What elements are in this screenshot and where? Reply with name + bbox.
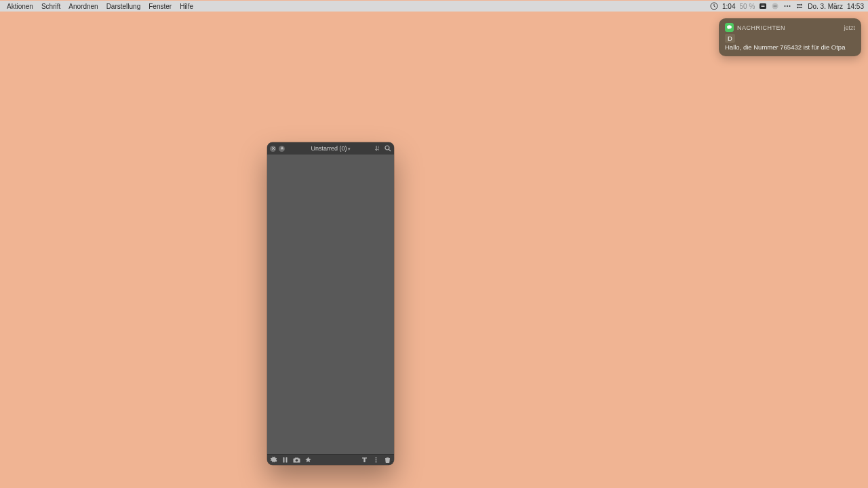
notification-banner[interactable]: NACHRICHTEN jetzt D Hallo, die Nummer 76… bbox=[719, 18, 861, 56]
pause-icon[interactable] bbox=[281, 456, 289, 464]
battery-percent: 50 % bbox=[739, 3, 755, 10]
menu-darstellung[interactable]: Darstellung bbox=[102, 1, 145, 12]
svg-point-18 bbox=[376, 460, 377, 461]
window-bottombar bbox=[267, 454, 394, 465]
svg-point-13 bbox=[385, 146, 389, 150]
svg-rect-5 bbox=[774, 5, 777, 6]
svg-point-16 bbox=[296, 459, 298, 462]
chevron-down-icon: ▾ bbox=[348, 146, 351, 151]
menubar-time[interactable]: 14:53 bbox=[847, 3, 864, 10]
pin-icon[interactable] bbox=[279, 146, 285, 152]
menu-schrift[interactable]: Schrift bbox=[37, 1, 64, 12]
window-content-empty bbox=[267, 155, 394, 454]
svg-point-17 bbox=[376, 458, 377, 459]
svg-rect-15 bbox=[286, 458, 288, 463]
menubar-date[interactable]: Do. 3. März bbox=[808, 3, 843, 10]
svg-point-7 bbox=[787, 5, 788, 7]
svg-point-10 bbox=[797, 7, 799, 8]
resize-grip-icon[interactable] bbox=[387, 458, 393, 464]
svg-point-19 bbox=[376, 462, 377, 463]
menu-hilfe[interactable]: Hilfe bbox=[176, 1, 197, 12]
notification-body: Hallo, die Nummer 765432 ist für die Otp… bbox=[725, 43, 855, 51]
text-icon[interactable] bbox=[361, 456, 368, 464]
svg-text:9: 9 bbox=[378, 148, 380, 151]
svg-point-6 bbox=[785, 5, 786, 7]
menubar-extra-icon-ellipsis[interactable] bbox=[783, 2, 791, 10]
window-title-text: Unstarred (0) bbox=[311, 145, 347, 152]
star-icon[interactable] bbox=[304, 456, 312, 464]
notification-timestamp: jetzt bbox=[844, 24, 855, 31]
svg-rect-14 bbox=[283, 458, 285, 463]
svg-rect-2 bbox=[762, 5, 765, 5]
camera-icon[interactable] bbox=[293, 456, 300, 464]
close-icon[interactable] bbox=[270, 146, 276, 152]
system-menubar: Aktionen Schrift Anordnen Darstellung Fe… bbox=[0, 1, 868, 12]
gear-icon[interactable] bbox=[270, 456, 277, 464]
notification-app-name: NACHRICHTEN bbox=[737, 24, 785, 31]
window-titlebar[interactable]: Unstarred (0)▾ 19 bbox=[267, 142, 394, 155]
control-center-icon[interactable] bbox=[795, 2, 804, 10]
menubar-right-cluster: 1:04 50 % Do. 3. März 14:53 bbox=[710, 1, 868, 12]
app-window: Unstarred (0)▾ 19 bbox=[267, 142, 394, 465]
menu-aktionen[interactable]: Aktionen bbox=[3, 1, 37, 12]
svg-rect-3 bbox=[762, 6, 765, 7]
menu-anordnen[interactable]: Anordnen bbox=[64, 1, 102, 12]
menu-fenster[interactable]: Fenster bbox=[144, 1, 176, 12]
notification-sender: D bbox=[725, 34, 735, 43]
clock-icon[interactable] bbox=[710, 2, 718, 10]
svg-point-8 bbox=[789, 5, 791, 7]
menubar-small-clock: 1:04 bbox=[722, 3, 735, 10]
search-icon[interactable] bbox=[384, 145, 391, 152]
more-icon[interactable] bbox=[372, 456, 380, 464]
menubar-extra-icon-2[interactable] bbox=[771, 2, 779, 10]
svg-point-9 bbox=[801, 4, 802, 5]
sort-icon[interactable]: 19 bbox=[374, 145, 381, 152]
menubar-extra-icon-1[interactable] bbox=[759, 2, 767, 10]
messages-app-icon bbox=[725, 23, 734, 32]
